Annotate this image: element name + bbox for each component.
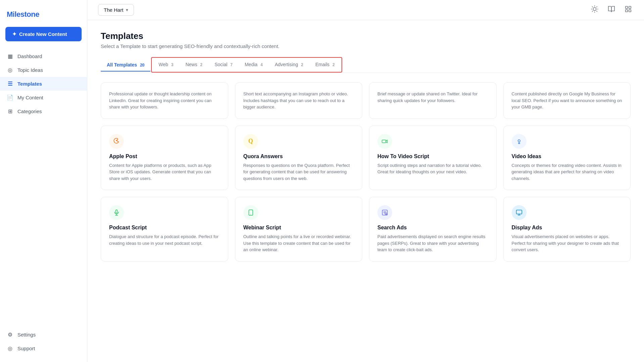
idea-icon-button[interactable] <box>590 4 600 16</box>
svg-rect-9 <box>626 6 628 8</box>
monitor-icon <box>512 205 526 220</box>
template-name: Quora Answers <box>243 153 354 160</box>
template-card-gmb[interactable]: Content published directly on Google My … <box>503 82 631 119</box>
template-name: How To Video Script <box>377 153 488 160</box>
svg-rect-16 <box>116 210 118 213</box>
book-icon-button[interactable] <box>606 4 616 16</box>
sidebar-item-label: Support <box>17 346 35 351</box>
template-card-video-ideas[interactable]: Video Ideas Concepts or themes for creat… <box>503 126 631 190</box>
template-card-twitter[interactable]: Brief message or update shared on Twitte… <box>369 82 497 119</box>
svg-line-8 <box>597 7 597 7</box>
tabs-container: All Templates 20 Web 3 News 2 Social 7 M… <box>101 57 631 73</box>
video-lightbulb-icon <box>512 134 526 149</box>
sidebar-nav: ▦ Dashboard ◎ Topic Ideas ☰ Templates 📄 … <box>0 49 87 118</box>
template-name: Apple Post <box>109 153 220 160</box>
templates-grid-row2: Apple Post Content for Apple platforms o… <box>101 126 631 190</box>
template-card-podcast-script[interactable]: Podcast Script Dialogue and structure fo… <box>101 197 228 262</box>
svg-rect-14 <box>382 140 386 142</box>
chevron-down-icon: ▾ <box>126 7 128 12</box>
templates-icon: ☰ <box>7 81 13 87</box>
microphone-icon <box>109 205 124 220</box>
template-card-apple-post[interactable]: Apple Post Content for Apple platforms o… <box>101 126 228 190</box>
svg-line-4 <box>597 11 597 11</box>
template-card-how-to-video[interactable]: How To Video Script Script outlining ste… <box>369 126 497 190</box>
template-card-quora[interactable]: Q Quora Answers Responses to questions o… <box>235 126 363 190</box>
sidebar-item-label: My Content <box>17 95 43 100</box>
topbar-icons <box>590 4 633 16</box>
tab-social[interactable]: Social 7 <box>209 58 239 71</box>
svg-point-15 <box>518 140 520 142</box>
video-camera-icon <box>377 134 392 149</box>
templates-grid-row1: Professional update or thought leadershi… <box>101 82 631 119</box>
phone-icon <box>243 205 258 220</box>
template-name: Podcast Script <box>109 225 220 231</box>
create-new-content-button[interactable]: ✦ Create New Content <box>5 27 82 41</box>
logo: Milestone <box>7 10 39 18</box>
svg-line-7 <box>592 11 593 11</box>
support-icon: ◎ <box>7 345 13 352</box>
svg-rect-10 <box>629 6 631 8</box>
svg-point-0 <box>593 7 596 10</box>
apple-icon <box>109 134 124 149</box>
grid-icon: ⊞ <box>7 108 13 115</box>
template-card-display-ads[interactable]: Display Ads Visual advertisements placed… <box>503 197 631 262</box>
sparkle-icon: ✦ <box>12 31 16 37</box>
template-card-search-ads[interactable]: Search Ads Paid advertisements displayed… <box>369 197 497 262</box>
template-card-instagram[interactable]: Short text accompanying an Instagram pho… <box>235 82 363 119</box>
sidebar-item-label: Dashboard <box>17 53 42 59</box>
template-name: Webinar Script <box>243 225 354 231</box>
tabs-box: Web 3 News 2 Social 7 Media 4 Advertisin… <box>151 57 342 73</box>
template-card-webinar-script[interactable]: Webinar Script Outline and talking point… <box>235 197 363 262</box>
svg-rect-19 <box>249 210 253 216</box>
sidebar-item-label: Templates <box>17 81 42 87</box>
sidebar-item-label: Topic Ideas <box>17 67 43 73</box>
sidebar-item-settings[interactable]: ⚙ Settings <box>0 328 87 342</box>
sidebar-item-label: Settings <box>17 332 36 337</box>
search-ads-icon <box>377 205 392 220</box>
template-name: Display Ads <box>512 225 623 231</box>
template-name: Search Ads <box>377 225 488 231</box>
svg-rect-11 <box>626 10 628 12</box>
sidebar-item-dashboard[interactable]: ▦ Dashboard <box>0 49 87 63</box>
svg-rect-12 <box>629 10 631 12</box>
tab-media[interactable]: Media 4 <box>239 58 269 71</box>
tab-advertising[interactable]: Advertising 2 <box>269 58 309 71</box>
sidebar: Milestone ✦ Create New Content ▦ Dashboa… <box>0 0 87 362</box>
sidebar-item-my-content[interactable]: 📄 My Content <box>0 91 87 104</box>
tab-all-templates[interactable]: All Templates 20 <box>101 59 150 72</box>
tab-emails[interactable]: Emails 2 <box>309 58 341 71</box>
page-subtitle: Select a Template to start generating SE… <box>101 43 631 49</box>
tab-news[interactable]: News 2 <box>179 58 209 71</box>
apps-grid-icon-button[interactable] <box>623 4 633 16</box>
svg-rect-23 <box>516 210 522 214</box>
document-icon: 📄 <box>7 94 13 101</box>
sidebar-item-categories[interactable]: ⊞ Categories <box>0 104 87 118</box>
main-content: The Hart ▾ Templates Select a Template t… <box>87 0 644 362</box>
page-title: Templates <box>101 31 631 41</box>
workspace-selector[interactable]: The Hart ▾ <box>98 4 134 16</box>
sidebar-item-topic-ideas[interactable]: ◎ Topic Ideas <box>0 63 87 77</box>
tab-web[interactable]: Web 3 <box>152 58 179 71</box>
dashboard-icon: ▦ <box>7 53 13 59</box>
page-body: Templates Select a Template to start gen… <box>87 20 644 362</box>
settings-icon: ⚙ <box>7 331 13 338</box>
lightbulb-icon: ◎ <box>7 67 13 73</box>
templates-grid-row3: Podcast Script Dialogue and structure fo… <box>101 197 631 262</box>
sidebar-item-label: Categories <box>17 108 42 114</box>
topbar: The Hart ▾ <box>87 0 644 20</box>
svg-point-13 <box>116 140 117 141</box>
sidebar-item-support[interactable]: ◎ Support <box>0 342 87 355</box>
quora-icon: Q <box>243 134 258 149</box>
sidebar-nav-bottom: ⚙ Settings ◎ Support <box>0 328 87 355</box>
sidebar-item-templates[interactable]: ☰ Templates <box>0 77 87 91</box>
workspace-name: The Hart <box>104 7 123 13</box>
svg-line-3 <box>592 7 593 7</box>
template-name: Video Ideas <box>512 153 623 160</box>
template-card-linkedin[interactable]: Professional update or thought leadershi… <box>101 82 228 119</box>
logo-area: Milestone <box>0 7 87 27</box>
